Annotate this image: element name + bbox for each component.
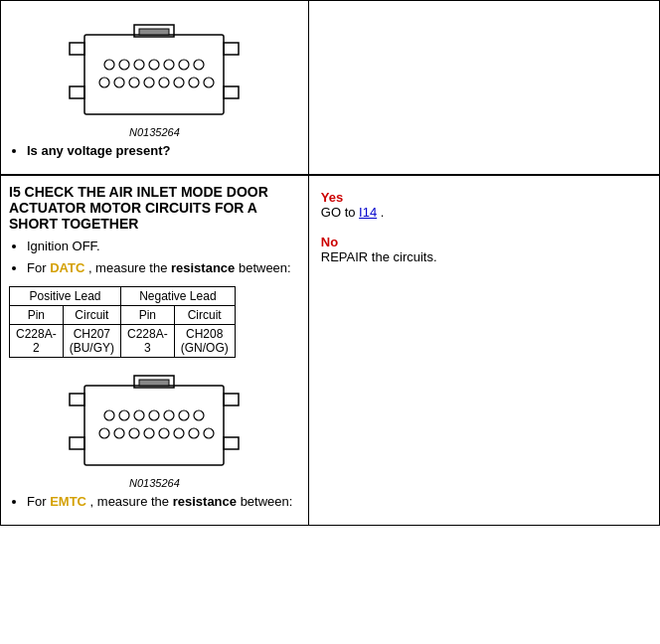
bullet-ignition: Ignition OFF. (27, 238, 300, 255)
yes-label: Yes (321, 190, 647, 205)
svg-point-20 (189, 78, 199, 87)
resistance-table: Positive Lead Negative Lead Pin Circuit … (9, 286, 236, 358)
pin-header-1: Pin (10, 305, 64, 324)
cell-pin-2: C228A-3 (121, 324, 175, 357)
svg-rect-25 (70, 437, 84, 449)
datc-label: DATC (50, 260, 84, 275)
no-label: No (321, 235, 647, 249)
circuit-header-1: Circuit (63, 305, 120, 324)
svg-rect-22 (84, 386, 224, 465)
svg-rect-24 (224, 394, 239, 405)
bullet-emtc: For EMTC , measure the resistance betwee… (27, 493, 300, 511)
main-bullet-list: Ignition OFF. For DATC , measure the res… (9, 238, 300, 277)
svg-point-10 (149, 60, 159, 70)
top-left-cell: N0135264 Is any voltage present? (1, 1, 309, 175)
svg-rect-4 (224, 86, 239, 98)
connector-label-top: N0135264 (129, 126, 180, 138)
svg-point-35 (194, 410, 204, 420)
table-header-row: Positive Lead Negative Lead (10, 286, 236, 305)
svg-point-7 (104, 60, 114, 70)
svg-point-14 (99, 78, 109, 87)
svg-rect-6 (139, 29, 169, 35)
top-bullet-text: Is any voltage present? (27, 143, 171, 158)
cell-circuit-2: CH208(GN/OG) (174, 324, 235, 357)
negative-lead-header: Negative Lead (121, 286, 236, 305)
no-action: REPAIR the circuits. (321, 249, 647, 264)
svg-point-8 (119, 60, 129, 70)
bottom-bullet-list: For EMTC , measure the resistance betwee… (9, 493, 300, 511)
svg-point-41 (174, 428, 184, 438)
table-data-row: C228A-2 CH207(BU/GY) C228A-3 CH208(GN/OG… (10, 324, 236, 357)
connector-diagram-bottom: N0135264 (9, 366, 300, 489)
svg-rect-23 (70, 394, 84, 405)
svg-point-31 (134, 410, 144, 420)
svg-rect-26 (224, 437, 239, 449)
svg-rect-3 (70, 86, 84, 98)
svg-point-34 (179, 410, 189, 420)
table-subheader-row: Pin Circuit Pin Circuit (10, 305, 236, 324)
section-header: I5 CHECK THE AIR INLET MODE DOOR ACTUATO… (9, 184, 300, 232)
pin-header-2: Pin (121, 305, 175, 324)
svg-point-43 (204, 428, 214, 438)
right-content: Yes GO to I14 . No REPAIR the circuits. (317, 184, 651, 270)
svg-point-19 (174, 78, 184, 87)
top-bullet-item: Is any voltage present? (27, 142, 300, 160)
connector-label-bottom: N0135264 (129, 477, 180, 489)
svg-point-11 (164, 60, 174, 70)
svg-point-12 (179, 60, 189, 70)
svg-point-36 (99, 428, 109, 438)
svg-point-39 (144, 428, 154, 438)
svg-point-15 (114, 78, 124, 87)
connector-svg-bottom (55, 366, 253, 475)
svg-point-38 (129, 428, 139, 438)
resistance-label-2: resistance (173, 494, 237, 509)
bullet-datc: For DATC , measure the resistance betwee… (27, 259, 300, 277)
svg-point-16 (129, 78, 139, 87)
top-right-cell (308, 1, 659, 175)
yes-action: GO to I14 . (321, 205, 647, 220)
svg-point-17 (144, 78, 154, 87)
cell-circuit-1: CH207(BU/GY) (63, 324, 120, 357)
svg-rect-28 (139, 380, 169, 386)
svg-rect-2 (224, 43, 239, 55)
cell-pin-1: C228A-2 (10, 324, 64, 357)
main-left-cell: I5 CHECK THE AIR INLET MODE DOOR ACTUATO… (1, 176, 309, 526)
emtc-label: EMTC (50, 494, 86, 509)
positive-lead-header: Positive Lead (10, 286, 121, 305)
resistance-label: resistance (171, 260, 235, 275)
svg-point-21 (204, 78, 214, 87)
svg-rect-1 (70, 43, 84, 55)
circuit-header-2: Circuit (174, 305, 235, 324)
svg-point-29 (104, 410, 114, 420)
svg-point-32 (149, 410, 159, 420)
svg-point-30 (119, 410, 129, 420)
svg-point-40 (159, 428, 169, 438)
svg-point-42 (189, 428, 199, 438)
svg-point-33 (164, 410, 174, 420)
main-right-cell: Yes GO to I14 . No REPAIR the circuits. (308, 176, 659, 526)
connector-diagram-top: N0135264 (9, 15, 300, 138)
svg-point-9 (134, 60, 144, 70)
svg-point-13 (194, 60, 204, 70)
svg-point-18 (159, 78, 169, 87)
i14-link[interactable]: I14 (359, 205, 377, 220)
connector-svg-top (55, 15, 253, 124)
svg-point-37 (114, 428, 124, 438)
svg-rect-0 (84, 35, 224, 114)
top-bullet-list: Is any voltage present? (9, 142, 300, 160)
